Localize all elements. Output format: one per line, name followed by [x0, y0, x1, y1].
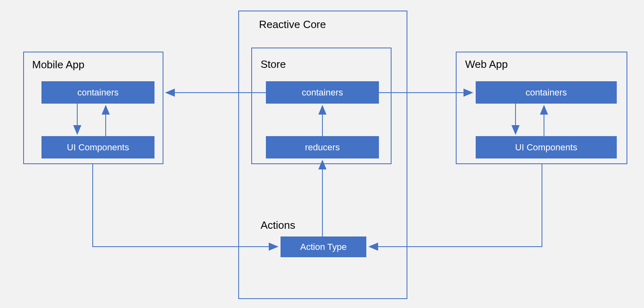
- mobile-app-title: Mobile App: [30, 59, 86, 71]
- action-type-block: Action Type: [281, 236, 366, 257]
- core-reducers-block: reducers: [266, 136, 379, 158]
- core-containers-block: containers: [266, 81, 379, 104]
- mobile-ui-components-label: UI Components: [67, 142, 129, 153]
- web-ui-components-label: UI Components: [515, 142, 577, 153]
- web-containers-block: containers: [476, 81, 617, 104]
- core-containers-label: containers: [302, 87, 343, 98]
- web-containers-label: containers: [526, 87, 567, 98]
- store-title: Store: [259, 58, 287, 71]
- core-reducers-label: reducers: [305, 142, 340, 153]
- web-ui-components-block: UI Components: [476, 136, 617, 158]
- mobile-containers-block: containers: [41, 81, 154, 104]
- web-app-title: Web App: [463, 58, 509, 71]
- mobile-containers-label: containers: [77, 87, 119, 98]
- mobile-ui-components-block: UI Components: [41, 136, 154, 158]
- reactive-core-title: Reactive Core: [257, 18, 328, 31]
- actions-title: Actions: [259, 219, 297, 232]
- action-type-label: Action Type: [300, 242, 347, 252]
- diagram-canvas: Mobile App containers UI Components Reac…: [0, 0, 644, 308]
